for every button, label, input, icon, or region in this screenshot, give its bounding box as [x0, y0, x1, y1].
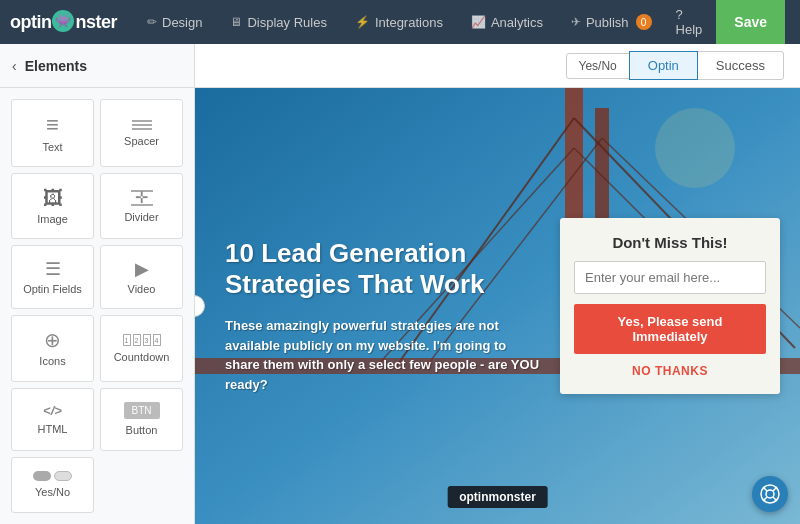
svg-line-16 — [763, 487, 767, 491]
display-rules-icon: 🖥 — [230, 15, 242, 29]
element-countdown-label: Countdown — [114, 351, 170, 363]
element-divider-label: Divider — [124, 211, 158, 223]
help-label: ? Help — [676, 7, 703, 37]
logo: optin 👾 nster — [10, 11, 117, 33]
countdown-icon: 1 2 3 4 — [123, 334, 161, 346]
nav-help[interactable]: ? Help — [666, 0, 713, 44]
top-navigation: optin 👾 nster ✏ Design 🖥 Display Rules ⚡… — [0, 0, 800, 44]
optin-box: Don't Miss This! Yes, Please send Immedi… — [560, 218, 780, 394]
tab-yesno[interactable]: Yes/No — [566, 53, 630, 79]
sidebar-header: ‹ Elements — [0, 44, 194, 88]
element-optin-fields[interactable]: ☰ Optin Fields — [11, 245, 94, 309]
optin-cta-button[interactable]: Yes, Please send Immediately — [574, 304, 766, 354]
nav-design[interactable]: ✏ Design — [133, 0, 216, 44]
element-html-label: HTML — [38, 423, 68, 435]
svg-point-12 — [766, 490, 774, 498]
element-spacer-label: Spacer — [124, 135, 159, 147]
element-button-label: Button — [126, 424, 158, 436]
element-image-label: Image — [37, 213, 68, 225]
nav-publish[interactable]: ✈ Publish 0 — [557, 0, 666, 44]
element-countdown[interactable]: 1 2 3 4 Countdown — [100, 315, 183, 381]
nav-display-rules[interactable]: 🖥 Display Rules — [216, 0, 340, 44]
html-icon: </> — [43, 403, 62, 418]
canvas-overlay: ‹ 10 Lead Generation Strategies That Wor… — [195, 88, 800, 524]
sidebar-back-icon[interactable]: ‹ — [12, 58, 17, 74]
nav-analytics[interactable]: 📈 Analytics — [457, 0, 557, 44]
main-layout: ‹ Elements Text Spacer 🖼 Image — [0, 44, 800, 524]
tab-bar: Yes/No Optin Success — [195, 44, 800, 88]
icons-icon: ⊕ — [44, 330, 61, 350]
tab-optin[interactable]: Optin — [629, 51, 698, 80]
nav-analytics-label: Analytics — [491, 15, 543, 30]
svg-line-13 — [773, 487, 777, 491]
element-text-label: Text — [42, 141, 62, 153]
publish-icon: ✈ — [571, 15, 581, 29]
element-video-label: Video — [128, 283, 156, 295]
sidebar-title: Elements — [25, 58, 87, 74]
element-icons-label: Icons — [39, 355, 65, 367]
element-html[interactable]: </> HTML — [11, 388, 94, 451]
canvas: ‹ 10 Lead Generation Strategies That Wor… — [195, 88, 800, 524]
collapse-sidebar-button[interactable]: ‹ — [195, 295, 205, 317]
design-icon: ✏ — [147, 15, 157, 29]
element-video[interactable]: ▶ Video — [100, 245, 183, 309]
element-spacer[interactable]: Spacer — [100, 99, 183, 167]
button-icon: BTN — [124, 402, 160, 419]
nav-integrations-label: Integrations — [375, 15, 443, 30]
publish-badge: 0 — [636, 14, 652, 30]
close-button[interactable]: ✕ — [789, 0, 800, 44]
nav-items: ✏ Design 🖥 Display Rules ⚡ Integrations … — [133, 0, 666, 44]
optin-decline[interactable]: NO THANKS — [574, 364, 766, 378]
element-image[interactable]: 🖼 Image — [11, 173, 94, 239]
optin-title: Don't Miss This! — [574, 234, 766, 251]
optin-email-input[interactable] — [574, 261, 766, 294]
divider-icon: ✛ — [131, 190, 153, 206]
canvas-subtext: These amazingly powerful strategies are … — [225, 316, 540, 394]
content-area: Yes/No Optin Success — [195, 44, 800, 524]
element-button[interactable]: BTN Button — [100, 388, 183, 451]
element-divider[interactable]: ✛ Divider — [100, 173, 183, 239]
elements-grid: Text Spacer 🖼 Image ✛ Divider — [0, 88, 194, 524]
optin-fields-icon: ☰ — [45, 260, 61, 278]
tab-success[interactable]: Success — [697, 51, 784, 80]
nav-integrations[interactable]: ⚡ Integrations — [341, 0, 457, 44]
save-button[interactable]: Save — [716, 0, 785, 44]
element-icons[interactable]: ⊕ Icons — [11, 315, 94, 381]
element-text[interactable]: Text — [11, 99, 94, 167]
element-yesno-label: Yes/No — [35, 486, 70, 498]
logo-text-right: nster — [75, 12, 117, 33]
analytics-icon: 📈 — [471, 15, 486, 29]
element-yesno[interactable]: Yes/No — [11, 457, 94, 513]
canvas-headline: 10 Lead Generation Strategies That Work — [225, 238, 540, 300]
nav-display-rules-label: Display Rules — [247, 15, 326, 30]
spacer-icon — [132, 120, 152, 130]
sidebar: ‹ Elements Text Spacer 🖼 Image — [0, 44, 195, 524]
logo-text-left: optin — [10, 12, 51, 33]
text-icon — [46, 114, 59, 136]
bottom-brand: optinmonster — [447, 486, 548, 508]
nav-right: ? Help Save ✕ — [666, 0, 800, 44]
logo-monster-icon: 👾 — [52, 10, 74, 32]
video-icon: ▶ — [135, 260, 149, 278]
element-optin-fields-label: Optin Fields — [23, 283, 82, 295]
image-icon: 🖼 — [43, 188, 63, 208]
integrations-icon: ⚡ — [355, 15, 370, 29]
help-circle-button[interactable] — [752, 476, 788, 512]
svg-line-15 — [773, 497, 777, 501]
svg-line-14 — [763, 497, 767, 501]
nav-design-label: Design — [162, 15, 202, 30]
nav-publish-label: Publish — [586, 15, 629, 30]
yesno-icon — [33, 471, 72, 481]
canvas-text-section: 10 Lead Generation Strategies That Work … — [225, 228, 540, 394]
